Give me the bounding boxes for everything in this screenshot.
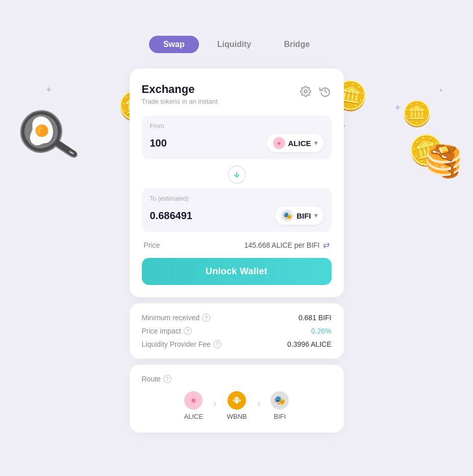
main-container: Exchange Trade tokens in an instant	[0, 68, 473, 433]
card-title: Exchange	[142, 83, 218, 96]
tab-liquidity[interactable]: Liquidity	[203, 36, 266, 53]
unlock-wallet-button[interactable]: Unlock Wallet	[142, 258, 332, 285]
price-impact-value: 0.26%	[311, 327, 332, 335]
price-impact-help-icon[interactable]: ?	[184, 327, 192, 335]
liquidity-fee-help-icon[interactable]: ?	[213, 340, 221, 348]
price-impact-label: Price impact ?	[142, 327, 192, 335]
route-token-alice: 🌸 ALICE	[184, 391, 204, 420]
liquidity-fee-label: Liquidity Provider Fee ?	[142, 340, 221, 348]
route-tokens: 🌸 ALICE › WBNB ›	[142, 391, 332, 420]
history-button[interactable]	[318, 85, 332, 101]
price-row: Price 145.668 ALICE per BIFI ⇄	[142, 234, 332, 256]
route-arrow-1: ›	[213, 397, 217, 409]
exchange-card: Exchange Trade tokens in an instant	[130, 68, 344, 297]
settings-button[interactable]	[299, 85, 312, 101]
minimum-received-label: Minimum received ?	[142, 314, 211, 322]
route-wbnb-icon	[228, 391, 246, 410]
price-text: 145.668 ALICE per BIFI	[244, 241, 320, 249]
alice-icon: 🌸	[273, 137, 285, 149]
card-title-area: Exchange Trade tokens in an instant	[142, 83, 218, 105]
route-token-bifi: 🎭 BIFI	[270, 391, 289, 420]
route-bifi-icon: 🎭	[270, 391, 289, 410]
to-token-chevron: ▾	[314, 212, 317, 219]
tab-swap[interactable]: Swap	[149, 36, 199, 53]
to-token-name: BIFI	[296, 211, 311, 220]
card-header: Exchange Trade tokens in an instant	[142, 83, 332, 105]
price-impact-row: Price impact ? 0.26%	[142, 327, 332, 335]
to-amount: 0.686491	[150, 210, 192, 222]
liquidity-fee-row: Liquidity Provider Fee ? 0.3996 ALICE	[142, 340, 332, 348]
price-label: Price	[144, 241, 160, 249]
to-token-selector[interactable]: 🎭 BIFI ▾	[275, 206, 323, 225]
to-label: To (estimated)	[150, 195, 323, 202]
minimum-received-help-icon[interactable]: ?	[202, 314, 210, 322]
card-icons	[299, 85, 332, 101]
to-row: 0.686491 🎭 BIFI ▾	[150, 206, 323, 225]
route-token-wbnb: WBNB	[227, 391, 247, 420]
minimum-received-value: 0.681 BIFI	[298, 314, 332, 322]
route-bifi-name: BIFI	[274, 413, 286, 420]
swap-arrow-container	[142, 161, 332, 188]
swap-price-icon[interactable]: ⇄	[323, 240, 330, 250]
route-wbnb-name: WBNB	[227, 413, 247, 420]
to-field: To (estimated) 0.686491 🎭 BIFI ▾	[142, 188, 332, 232]
card-subtitle: Trade tokens in an instant	[142, 98, 218, 105]
nav-tabs: Swap Liquidity Bridge	[0, 0, 473, 53]
from-amount-input[interactable]	[150, 137, 211, 149]
route-alice-icon: 🌸	[184, 391, 203, 410]
price-value: 145.668 ALICE per BIFI ⇄	[244, 240, 330, 250]
liquidity-fee-value: 0.3996 ALICE	[287, 340, 331, 348]
route-card: Route ? 🌸 ALICE ›	[130, 365, 344, 433]
minimum-received-row: Minimum received ? 0.681 BIFI	[142, 314, 332, 322]
from-label: From	[150, 123, 323, 130]
from-field: From 🌸 ALICE ▾	[142, 115, 332, 159]
tab-bridge[interactable]: Bridge	[269, 36, 324, 53]
from-token-name: ALICE	[288, 139, 311, 148]
route-alice-name: ALICE	[184, 413, 204, 420]
from-row: 🌸 ALICE ▾	[150, 134, 323, 152]
swap-direction-button[interactable]	[228, 165, 246, 184]
route-help-icon[interactable]: ?	[163, 375, 171, 383]
route-arrow-2: ›	[257, 397, 261, 409]
from-token-selector[interactable]: 🌸 ALICE ▾	[267, 134, 323, 152]
bifi-icon: 🎭	[281, 209, 293, 222]
from-token-chevron: ▾	[314, 139, 317, 147]
route-label: Route ?	[142, 375, 332, 383]
details-card: Minimum received ? 0.681 BIFI Price impa…	[130, 303, 344, 359]
svg-point-0	[304, 90, 307, 93]
